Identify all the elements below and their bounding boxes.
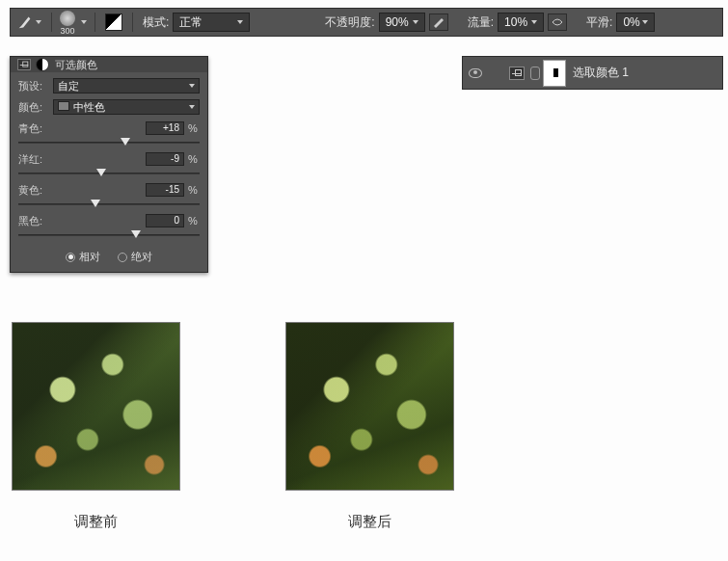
preset-row: 预设: 自定 [18,76,200,95]
slider-row: 洋红:-9% [18,151,200,180]
brush-icon [16,13,34,31]
mode-group: 模式: 正常 [137,9,256,36]
mode-select[interactable]: 正常 [173,13,250,32]
radio-icon [66,253,75,262]
method-absolute[interactable]: 绝对 [118,250,152,264]
layer-mask-thumbnail[interactable] [544,61,565,86]
separator [51,13,52,32]
caption-after: 调整后 [285,513,454,531]
slider-label: 青色: [18,121,146,136]
colors-label: 颜色: [18,100,53,115]
layer-name[interactable]: 选取颜色 1 [573,65,629,81]
slider-line [18,203,200,205]
colors-select[interactable]: 中性色 [53,99,200,115]
tablet-pressure-icon [432,16,445,28]
slider-track[interactable] [18,230,200,242]
slider-thumb[interactable] [121,138,130,146]
panel-body: 预设: 自定 颜色: 中性色 青色:+18%洋红:-9%黄色:-15%黑色:0%… [11,72,207,272]
radio-icon [118,253,127,262]
slider-track[interactable] [18,200,200,211]
slider-thumb[interactable] [91,200,100,207]
slider-track[interactable] [18,169,200,180]
panel-title-text: 可选颜色 [55,58,97,72]
chevron-down-icon [36,20,41,24]
chevron-down-icon [189,84,195,88]
slider-thumb[interactable] [96,169,106,176]
opacity-value: 90% [386,15,409,29]
brush-preview-icon [60,11,75,26]
brush-preset-picker[interactable]: 300 [56,9,79,36]
slider-value-input[interactable]: 0 [146,214,184,227]
mask-link-icon[interactable] [530,67,540,80]
slider-line [18,173,200,174]
color-swatch-icon [58,101,69,111]
opacity-select[interactable]: 90% [379,13,425,32]
slider-label: 黑色: [18,214,146,228]
slider-row: 黄色:-15% [18,182,200,211]
airbrush-toggle[interactable] [548,13,567,31]
slider-label: 黄色: [18,183,146,198]
selective-color-icon [36,58,49,71]
colors-value: 中性色 [58,100,105,115]
pressure-opacity-toggle[interactable] [429,13,448,31]
adjustment-layer-icon [509,67,525,80]
slider-track[interactable] [18,138,200,149]
slider-line [18,234,200,236]
airbrush-icon [551,16,564,28]
slider-row: 黑色:0% [18,213,200,242]
tool-preset-picker[interactable] [11,9,47,36]
slider-value-input[interactable]: -15 [146,183,184,197]
method-relative-label: 相对 [79,250,100,264]
separator [94,13,95,32]
panel-titlebar[interactable]: 可选颜色 [11,57,207,72]
chevron-down-icon [642,20,648,24]
slider-row: 青色:+18% [18,120,200,149]
preset-value: 自定 [58,79,79,94]
flow-label: 流量: [468,14,494,31]
slider-label: 洋红: [18,152,146,167]
smoothing-label: 平滑: [586,14,612,31]
adjustment-icon [17,59,31,70]
percent-label: % [188,215,200,227]
chevron-down-icon [413,20,418,24]
preset-label: 预设: [18,79,53,94]
preview-after-image [285,322,454,491]
percent-label: % [188,153,200,165]
flow-value: 10% [504,15,527,29]
visibility-eye-icon[interactable] [469,68,482,78]
flow-group: 流量: 10% [462,9,573,36]
brush-panel-toggle[interactable] [99,9,128,36]
smoothing-group: 平滑: 0% [580,9,661,36]
preset-select[interactable]: 自定 [53,78,200,94]
contrast-icon [105,13,122,31]
caption-before: 调整前 [12,513,180,531]
percent-label: % [188,122,200,134]
method-relative[interactable]: 相对 [66,250,100,264]
chevron-down-icon [531,20,537,24]
brush-size-value: 300 [60,26,74,36]
options-bar: 300 模式: 正常 不透明度: 90% 流量: 10% 平滑: [10,8,723,37]
preview-before-image [12,322,180,491]
method-group: 相对 绝对 [18,250,200,264]
slider-thumb[interactable] [131,230,141,238]
smoothing-value: 0% [623,15,639,29]
opacity-label: 不透明度: [325,14,374,31]
method-absolute-label: 绝对 [131,250,152,264]
chevron-down-icon [189,105,195,109]
flow-select[interactable]: 10% [498,13,544,32]
colors-row: 颜色: 中性色 [18,97,200,117]
mode-value: 正常 [179,14,202,31]
chevron-down-icon [237,20,243,24]
separator [132,13,133,32]
slider-value-input[interactable]: -9 [146,152,184,166]
smoothing-select[interactable]: 0% [616,13,655,32]
slider-value-input[interactable]: +18 [146,121,184,135]
mode-label: 模式: [143,14,169,31]
chevron-down-icon[interactable] [81,20,87,24]
slider-line [18,142,200,144]
percent-label: % [188,184,200,196]
layer-row[interactable]: 选取颜色 1 [462,56,723,90]
selective-color-panel: 可选颜色 预设: 自定 颜色: 中性色 青色:+18%洋红:-9%黄色:-15%… [10,56,208,273]
opacity-group: 不透明度: 90% [319,9,453,36]
